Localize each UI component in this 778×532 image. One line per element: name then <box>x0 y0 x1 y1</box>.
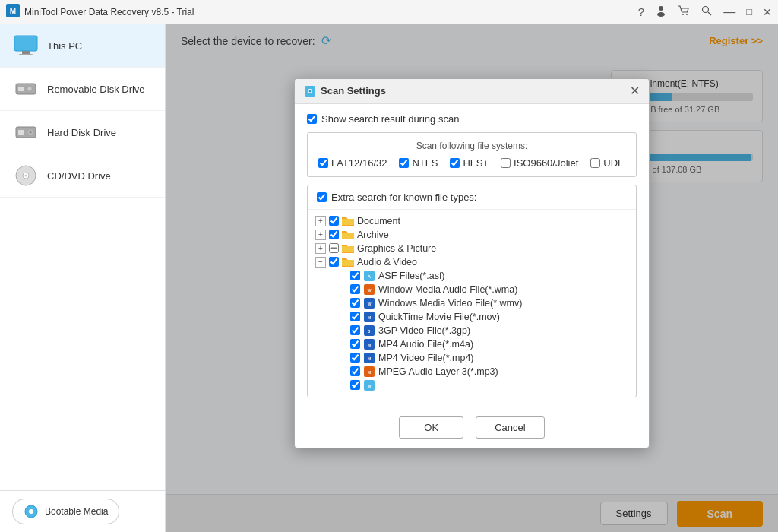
graphics-checkbox[interactable] <box>329 243 339 253</box>
removable-label: Removable Disk Drive <box>47 84 145 95</box>
svg-point-22 <box>29 509 33 514</box>
cart-icon[interactable] <box>678 5 690 19</box>
mp4-checkbox[interactable] <box>350 353 360 363</box>
document-checkbox[interactable] <box>329 216 339 226</box>
svg-rect-26 <box>342 219 354 225</box>
extra-search-row: Extra search for known file types: <box>317 192 627 203</box>
document-label: Document <box>357 216 400 226</box>
graphics-expand-btn[interactable]: + <box>315 243 326 254</box>
fs-udf-label[interactable]: UDF <box>603 157 624 169</box>
svg-text:M: M <box>10 7 16 15</box>
tree-item-graphics[interactable]: + Graphics & Picture <box>315 242 628 255</box>
fs-hfs-checkbox[interactable] <box>450 158 460 168</box>
bootable-media-label: Bootable Media <box>45 506 108 517</box>
tree-item-3gp[interactable]: 3 3GP Video File(*.3gp) <box>350 324 628 337</box>
svg-point-5 <box>686 14 688 15</box>
tree-item-archive[interactable]: + Archive <box>315 228 628 242</box>
archive-checkbox[interactable] <box>329 230 339 239</box>
content-area: Select the device to recover: ⟳ Register… <box>166 24 778 532</box>
help-icon[interactable]: ? <box>638 5 644 18</box>
extra-search-label[interactable]: Extra search for known file types: <box>331 192 476 203</box>
cancel-button[interactable]: Cancel <box>476 416 544 439</box>
show-search-result-label[interactable]: Show search result during scan <box>321 113 459 125</box>
fs-fat-checkbox[interactable] <box>318 158 328 168</box>
fs-ntfs-label[interactable]: NTFS <box>412 157 438 169</box>
wmv-file-icon: W <box>363 298 375 309</box>
close-icon[interactable]: ✕ <box>763 7 772 17</box>
fs-fat-label[interactable]: FAT12/16/32 <box>331 157 387 169</box>
tree-item-mov[interactable]: M QuickTime Movie File(*.mov) <box>350 310 628 324</box>
main-layout: This PC Removable Disk Drive <box>0 24 778 532</box>
wmv-checkbox[interactable] <box>350 298 360 308</box>
m4a-label: MP4 Audio File(*.m4a) <box>378 339 473 350</box>
wmv-label: Windows Media Video File(*.wmv) <box>378 298 522 309</box>
svg-point-4 <box>682 14 684 15</box>
audio-video-label: Audio & Video <box>357 257 417 268</box>
bootable-media-button[interactable]: Bootable Media <box>12 499 119 524</box>
archive-label: Archive <box>357 230 389 240</box>
tree-item-wmt[interactable]: W <box>350 378 628 392</box>
wma-checkbox[interactable] <box>350 284 360 294</box>
fs-fat-option: FAT12/16/32 <box>318 157 387 169</box>
tree-item-wmv[interactable]: W Windows Media Video File(*.wmv) <box>350 296 628 310</box>
titlebar: M MiniTool Power Data Recovery v8.5 - Tr… <box>0 0 778 24</box>
titlebar-left: M MiniTool Power Data Recovery v8.5 - Tr… <box>6 4 194 20</box>
fs-iso-label[interactable]: ISO9660/Joliet <box>514 157 578 169</box>
wmt-checkbox[interactable] <box>350 380 360 390</box>
svg-text:3: 3 <box>368 329 371 334</box>
tree-item-document[interactable]: + Document <box>315 214 628 228</box>
tree-item-mp3[interactable]: M MPEG Audio Layer 3(*.mp3) <box>350 365 628 378</box>
fs-iso-option: ISO9660/Joliet <box>501 157 578 169</box>
svg-text:W: W <box>368 302 372 306</box>
modal-close-button[interactable]: ✕ <box>630 85 640 97</box>
tree-item-asf[interactable]: A ASF Files(*.asf) <box>350 269 628 283</box>
this-pc-label: This PC <box>47 40 82 52</box>
scan-settings-dialog: Scan Settings ✕ Show search result durin… <box>294 78 650 448</box>
fs-ntfs-option: NTFS <box>399 157 438 169</box>
graphics-label: Graphics & Picture <box>357 243 436 254</box>
ok-button[interactable]: OK <box>399 416 463 439</box>
mov-checkbox[interactable] <box>350 312 360 321</box>
extra-search-box: Extra search for known file types: + <box>307 185 637 397</box>
tree-item-mp4[interactable]: M MP4 Video File(*.mp4) <box>350 351 628 365</box>
fs-ntfs-checkbox[interactable] <box>399 158 409 168</box>
file-type-tree[interactable]: + Document + <box>308 210 636 397</box>
audio-video-checkbox[interactable] <box>329 257 339 267</box>
show-search-result-checkbox[interactable] <box>307 114 317 124</box>
sidebar-item-this-pc[interactable]: This PC <box>0 24 165 68</box>
svg-point-2 <box>659 6 663 11</box>
svg-text:W: W <box>368 288 372 293</box>
sidebar-item-hard-disk[interactable]: Hard Disk Drive <box>0 111 165 154</box>
mp3-checkbox[interactable] <box>350 366 360 376</box>
document-folder-icon <box>342 216 354 226</box>
document-expand-btn[interactable]: + <box>315 216 326 226</box>
file-systems-box: Scan following file systems: FAT12/16/32… <box>307 132 637 177</box>
3gp-checkbox[interactable] <box>350 325 360 335</box>
modal-header-left: Scan Settings <box>304 85 386 97</box>
archive-folder-icon <box>342 230 354 240</box>
svg-text:A: A <box>368 274 372 279</box>
search-icon[interactable] <box>701 5 713 19</box>
sidebar-item-removable[interactable]: Removable Disk Drive <box>0 68 165 111</box>
svg-point-3 <box>657 12 665 17</box>
tree-item-wma[interactable]: W Window Media Audio File(*.wma) <box>350 283 628 296</box>
fs-iso-checkbox[interactable] <box>501 158 511 168</box>
m4a-checkbox[interactable] <box>350 339 360 349</box>
archive-expand-btn[interactable]: + <box>315 230 326 240</box>
fs-hfs-label[interactable]: HFS+ <box>463 157 489 169</box>
sidebar-item-cd-dvd[interactable]: CD/DVD Drive <box>0 154 165 198</box>
graphics-folder-icon <box>342 243 354 254</box>
asf-checkbox[interactable] <box>350 271 360 280</box>
this-pc-icon <box>12 32 40 59</box>
user-icon[interactable] <box>655 5 667 19</box>
fs-udf-checkbox[interactable] <box>590 158 600 168</box>
audio-video-expand-btn[interactable]: − <box>315 257 326 268</box>
m4a-file-icon: M <box>363 339 375 350</box>
tree-item-audio-video[interactable]: − Audio & Video <box>315 255 628 269</box>
svg-rect-12 <box>18 87 24 91</box>
fs-hfs-option: HFS+ <box>450 157 489 169</box>
extra-search-checkbox[interactable] <box>317 192 327 202</box>
maximize-icon[interactable]: □ <box>746 7 752 17</box>
minimize-icon[interactable]: — <box>723 6 735 18</box>
tree-item-m4a[interactable]: M MP4 Audio File(*.m4a) <box>350 337 628 351</box>
